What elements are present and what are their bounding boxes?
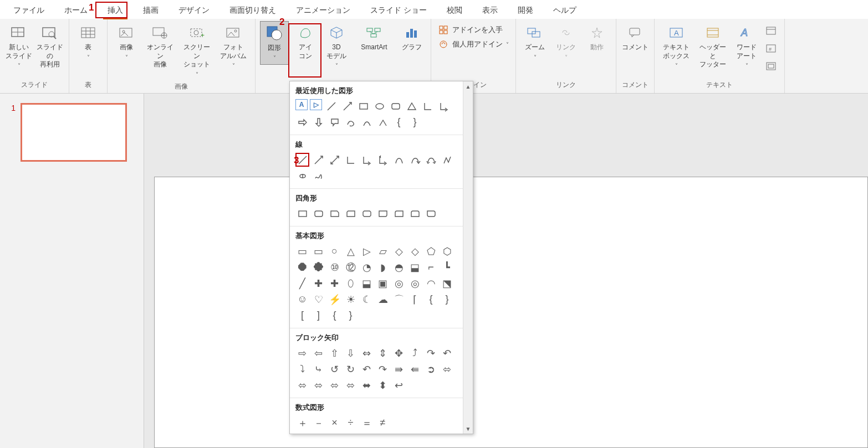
menu-developer[interactable]: 開発 <box>508 2 543 19</box>
shape-rect-8[interactable] <box>408 207 422 220</box>
shape-curve-double[interactable] <box>424 153 438 167</box>
screenshot-button[interactable]: + スクリーン ショット <box>180 21 214 81</box>
shape-basic-40[interactable]: [ <box>295 308 309 322</box>
shape-arrow-12[interactable]: ↺ <box>328 362 341 376</box>
shape-arrow-15[interactable]: ↷ <box>376 362 390 376</box>
shape-basic-23[interactable]: ⬯ <box>344 276 358 290</box>
shape-basic-42[interactable]: { <box>328 308 341 322</box>
shape-basic-24[interactable]: ⬓ <box>360 276 374 290</box>
menu-insert[interactable]: 挿入 <box>98 2 133 19</box>
shape-down-arrow[interactable] <box>312 115 325 129</box>
shape-curve-arrow[interactable] <box>408 153 422 167</box>
shape-basic-22[interactable]: ✚ <box>328 276 341 290</box>
shape-rect-6[interactable] <box>376 207 390 220</box>
shape-basic-43[interactable]: } <box>344 308 358 322</box>
shape-rbrace[interactable]: } <box>408 115 422 129</box>
shape-basic-6[interactable]: ◇ <box>392 244 406 258</box>
shape-elbow-double[interactable] <box>376 153 390 167</box>
shape-arrow-21[interactable]: ⬄ <box>312 378 325 392</box>
shape-arrow-8[interactable]: ↷ <box>424 346 438 360</box>
shape-arrow-17[interactable]: ⇚ <box>408 362 422 376</box>
shape-rect-7[interactable] <box>392 207 406 220</box>
shape-basic-36[interactable]: ⌒ <box>392 292 406 306</box>
shape-basic-2[interactable]: ○ <box>328 244 341 258</box>
shape-textbox-v[interactable]: ▷ <box>310 99 322 110</box>
shape-scribble[interactable] <box>312 169 325 183</box>
shape-elbow-arrow2[interactable] <box>360 153 374 167</box>
shape-arrow-16[interactable]: ⇛ <box>392 362 406 376</box>
shape-basic-20[interactable]: ╱ <box>295 276 309 290</box>
shape-right-arrow[interactable] <box>295 115 309 129</box>
shape-basic-5[interactable]: ▱ <box>376 244 390 258</box>
thumbnail-1[interactable]: 1 <box>8 104 136 161</box>
shape-multiply[interactable]: × <box>328 416 341 430</box>
shape-scribble-closed[interactable] <box>295 169 309 183</box>
shape-arrow-18[interactable]: ➲ <box>424 362 438 376</box>
shape-triangle[interactable] <box>405 99 418 113</box>
zoom-button[interactable]: ズーム <box>520 21 549 64</box>
reuse-slides-button[interactable]: スライドの 再利用 <box>35 21 64 71</box>
shape-basic-35[interactable]: ☁ <box>376 292 390 306</box>
shape-freeform-open[interactable] <box>440 153 454 167</box>
shape-basic-16[interactable]: ◓ <box>392 260 406 274</box>
menu-view[interactable]: 表示 <box>472 2 508 19</box>
smartart-button[interactable]: SmartArt <box>353 21 395 54</box>
slide-number-icon[interactable]: # <box>765 43 778 55</box>
shape-minus[interactable]: － <box>312 416 325 430</box>
shape-textbox-h[interactable]: A <box>295 99 308 110</box>
shape-basic-8[interactable]: ⬠ <box>424 244 438 258</box>
new-slide-button[interactable]: 新しい スライド <box>4 21 33 73</box>
online-pictures-button[interactable]: オンライン 画像 <box>143 21 177 71</box>
shape-basic-10[interactable]: ⯃ <box>295 260 309 274</box>
3d-models-button[interactable]: 3D モデル <box>322 21 351 73</box>
shape-basic-3[interactable]: △ <box>344 244 358 258</box>
shape-basic-9[interactable]: ⬡ <box>440 244 454 258</box>
menu-help[interactable]: ヘルプ <box>543 2 586 19</box>
date-time-icon[interactable] <box>765 25 778 38</box>
shape-elbow-arrow[interactable] <box>437 99 451 113</box>
shape-basic-34[interactable]: ☾ <box>360 292 374 306</box>
shape-elbow[interactable] <box>344 153 358 167</box>
textbox-button[interactable]: A テキスト ボックス <box>659 21 693 73</box>
shape-basic-25[interactable]: ▣ <box>376 276 390 290</box>
link-button[interactable]: リンク <box>552 21 580 64</box>
header-footer-button[interactable]: ヘッダーと フッター <box>696 21 730 71</box>
shape-arrow-11[interactable]: ⤷ <box>312 362 325 376</box>
shape-arrow-10[interactable]: ⤵ <box>295 362 309 376</box>
shape-basic-12[interactable]: ⑩ <box>328 260 341 274</box>
shape-rect-9[interactable] <box>424 207 438 220</box>
shape-basic-41[interactable]: ] <box>312 308 325 322</box>
shape-arrow-6[interactable]: ✥ <box>392 346 406 360</box>
shape-line-double-arrow[interactable] <box>328 153 341 167</box>
shape-lbrace[interactable]: { <box>392 115 406 129</box>
shape-plus[interactable]: ＋ <box>295 416 309 430</box>
shape-arrow-13[interactable]: ↻ <box>344 362 358 376</box>
shapes-scrollbar[interactable]: ▲ ▼ <box>463 81 473 434</box>
shape-rect[interactable] <box>356 99 370 113</box>
menu-transitions[interactable]: 画面切り替え <box>219 2 286 19</box>
shape-basic-30[interactable]: ☺ <box>295 292 309 306</box>
menu-animations[interactable]: アニメーション <box>286 2 360 19</box>
wordart-button[interactable]: A ワード アート <box>732 21 761 73</box>
shape-lconn[interactable] <box>421 99 435 113</box>
shape-arrow-22[interactable]: ⬄ <box>328 378 341 392</box>
shapes-button[interactable]: 図形 <box>260 21 289 65</box>
shape-equal[interactable]: ＝ <box>360 416 374 430</box>
icons-button[interactable]: アイ コン <box>291 21 320 63</box>
shape-basic-0[interactable]: ▭ <box>295 244 309 258</box>
menu-design[interactable]: デザイン <box>169 2 219 19</box>
shape-line[interactable] <box>324 99 338 113</box>
shape-arrow-2[interactable]: ⇧ <box>328 346 341 360</box>
shape-rect-2[interactable] <box>312 207 325 220</box>
shape-basic-13[interactable]: ⑫ <box>344 260 358 274</box>
object-icon[interactable] <box>765 61 778 73</box>
shape-basic-31[interactable]: ♡ <box>312 292 325 306</box>
shape-line-straight[interactable] <box>295 153 309 167</box>
shape-line-arrow[interactable] <box>312 153 325 167</box>
my-addins-button[interactable]: 個人用アドイン ˅ <box>438 39 509 50</box>
shape-rect-5[interactable] <box>360 207 374 220</box>
shape-callout[interactable] <box>328 115 341 129</box>
shape-basic-21[interactable]: ✚ <box>312 276 325 290</box>
shape-rect-3[interactable] <box>328 207 341 220</box>
shape-arrow-14[interactable]: ↶ <box>360 362 374 376</box>
